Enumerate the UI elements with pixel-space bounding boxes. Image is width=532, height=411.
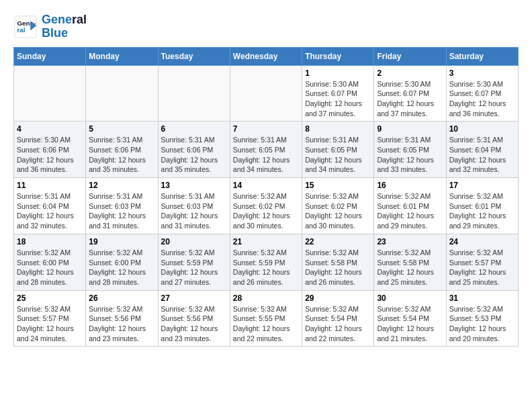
day-info: Sunrise: 5:30 AM Sunset: 6:07 PM Dayligh…	[449, 79, 515, 119]
day-info: Sunrise: 5:32 AM Sunset: 5:53 PM Dayligh…	[449, 304, 515, 344]
day-number: 16	[377, 181, 443, 190]
day-number: 17	[449, 181, 515, 190]
day-cell: 29Sunrise: 5:32 AM Sunset: 5:54 PM Dayli…	[302, 290, 374, 347]
day-cell: 2Sunrise: 5:30 AM Sunset: 6:07 PM Daylig…	[374, 65, 446, 122]
day-number: 22	[305, 237, 371, 246]
day-info: Sunrise: 5:32 AM Sunset: 6:02 PM Dayligh…	[233, 191, 299, 231]
day-number: 31	[449, 293, 515, 303]
day-cell: 17Sunrise: 5:32 AM Sunset: 6:01 PM Dayli…	[446, 178, 518, 234]
day-number: 1	[305, 68, 371, 78]
day-cell: 7Sunrise: 5:31 AM Sunset: 6:05 PM Daylig…	[230, 122, 302, 178]
day-cell: 30Sunrise: 5:32 AM Sunset: 5:54 PM Dayli…	[374, 290, 446, 347]
day-cell: 23Sunrise: 5:32 AM Sunset: 5:58 PM Dayli…	[374, 234, 446, 290]
day-header-sunday: Sunday	[14, 47, 86, 65]
day-cell: 4Sunrise: 5:30 AM Sunset: 6:06 PM Daylig…	[14, 122, 86, 178]
day-number: 8	[305, 124, 371, 134]
day-info: Sunrise: 5:31 AM Sunset: 6:03 PM Dayligh…	[161, 191, 227, 231]
day-number: 26	[89, 293, 154, 303]
day-info: Sunrise: 5:32 AM Sunset: 6:01 PM Dayligh…	[449, 191, 515, 231]
day-cell	[86, 65, 158, 122]
day-info: Sunrise: 5:32 AM Sunset: 6:02 PM Dayligh…	[305, 191, 371, 231]
week-row-5: 25Sunrise: 5:32 AM Sunset: 5:57 PM Dayli…	[14, 290, 519, 347]
day-cell: 27Sunrise: 5:32 AM Sunset: 5:56 PM Dayli…	[158, 290, 230, 347]
day-info: Sunrise: 5:32 AM Sunset: 5:59 PM Dayligh…	[161, 248, 227, 287]
day-info: Sunrise: 5:32 AM Sunset: 5:57 PM Dayligh…	[17, 304, 83, 344]
day-cell	[230, 65, 302, 122]
day-header-thursday: Thursday	[302, 47, 374, 65]
day-cell: 31Sunrise: 5:32 AM Sunset: 5:53 PM Dayli…	[446, 290, 518, 347]
day-info: Sunrise: 5:30 AM Sunset: 6:07 PM Dayligh…	[305, 79, 371, 119]
day-cell: 14Sunrise: 5:32 AM Sunset: 6:02 PM Dayli…	[230, 178, 302, 234]
day-cell: 15Sunrise: 5:32 AM Sunset: 6:02 PM Dayli…	[302, 178, 374, 234]
day-cell: 5Sunrise: 5:31 AM Sunset: 6:06 PM Daylig…	[86, 122, 158, 178]
day-number: 14	[233, 181, 299, 190]
day-info: Sunrise: 5:32 AM Sunset: 6:00 PM Dayligh…	[17, 248, 83, 287]
day-cell: 8Sunrise: 5:31 AM Sunset: 6:05 PM Daylig…	[302, 122, 374, 178]
day-number: 21	[233, 237, 299, 246]
day-cell: 13Sunrise: 5:31 AM Sunset: 6:03 PM Dayli…	[158, 178, 230, 234]
day-number: 12	[89, 181, 154, 190]
day-number: 7	[233, 124, 299, 134]
day-cell: 20Sunrise: 5:32 AM Sunset: 5:59 PM Dayli…	[158, 234, 230, 290]
day-info: Sunrise: 5:32 AM Sunset: 5:54 PM Dayligh…	[305, 304, 371, 344]
day-cell: 25Sunrise: 5:32 AM Sunset: 5:57 PM Dayli…	[14, 290, 86, 347]
day-number: 5	[89, 124, 154, 134]
day-number: 25	[17, 293, 83, 303]
day-cell: 9Sunrise: 5:31 AM Sunset: 6:05 PM Daylig…	[374, 122, 446, 178]
week-row-3: 11Sunrise: 5:31 AM Sunset: 6:04 PM Dayli…	[14, 178, 519, 234]
page-header: Gene- ral GeneralBlue	[13, 13, 519, 40]
day-info: Sunrise: 5:32 AM Sunset: 5:58 PM Dayligh…	[377, 248, 443, 287]
day-cell: 16Sunrise: 5:32 AM Sunset: 6:01 PM Dayli…	[374, 178, 446, 234]
day-info: Sunrise: 5:30 AM Sunset: 6:07 PM Dayligh…	[377, 79, 443, 119]
day-cell: 19Sunrise: 5:32 AM Sunset: 6:00 PM Dayli…	[86, 234, 158, 290]
day-number: 9	[377, 124, 443, 134]
day-header-tuesday: Tuesday	[158, 47, 230, 65]
day-number: 13	[161, 181, 227, 190]
day-info: Sunrise: 5:32 AM Sunset: 5:59 PM Dayligh…	[233, 248, 299, 287]
day-info: Sunrise: 5:31 AM Sunset: 6:06 PM Dayligh…	[161, 135, 227, 175]
day-number: 24	[449, 237, 515, 246]
day-number: 23	[377, 237, 443, 246]
day-cell: 10Sunrise: 5:31 AM Sunset: 6:04 PM Dayli…	[446, 122, 518, 178]
logo-icon: Gene- ral	[13, 15, 38, 39]
day-info: Sunrise: 5:32 AM Sunset: 5:58 PM Dayligh…	[305, 248, 371, 287]
day-cell: 1Sunrise: 5:30 AM Sunset: 6:07 PM Daylig…	[302, 65, 374, 122]
day-number: 18	[17, 237, 83, 246]
day-info: Sunrise: 5:30 AM Sunset: 6:06 PM Dayligh…	[17, 135, 83, 175]
day-number: 29	[305, 293, 371, 303]
day-number: 27	[161, 293, 227, 303]
day-info: Sunrise: 5:32 AM Sunset: 5:55 PM Dayligh…	[233, 304, 299, 344]
day-cell: 11Sunrise: 5:31 AM Sunset: 6:04 PM Dayli…	[14, 178, 86, 234]
week-row-2: 4Sunrise: 5:30 AM Sunset: 6:06 PM Daylig…	[14, 122, 519, 178]
svg-text:ral: ral	[17, 26, 25, 34]
day-cell: 21Sunrise: 5:32 AM Sunset: 5:59 PM Dayli…	[230, 234, 302, 290]
day-header-friday: Friday	[374, 47, 446, 65]
day-cell: 6Sunrise: 5:31 AM Sunset: 6:06 PM Daylig…	[158, 122, 230, 178]
day-header-monday: Monday	[86, 47, 158, 65]
day-number: 11	[17, 181, 83, 190]
day-cell: 18Sunrise: 5:32 AM Sunset: 6:00 PM Dayli…	[14, 234, 86, 290]
day-cell	[14, 65, 86, 122]
day-number: 3	[449, 68, 515, 78]
day-number: 10	[449, 124, 515, 134]
day-info: Sunrise: 5:31 AM Sunset: 6:04 PM Dayligh…	[17, 191, 83, 231]
day-info: Sunrise: 5:31 AM Sunset: 6:05 PM Dayligh…	[233, 135, 299, 175]
day-cell: 12Sunrise: 5:31 AM Sunset: 6:03 PM Dayli…	[86, 178, 158, 234]
day-info: Sunrise: 5:32 AM Sunset: 6:01 PM Dayligh…	[377, 191, 443, 231]
day-cell: 26Sunrise: 5:32 AM Sunset: 5:56 PM Dayli…	[86, 290, 158, 347]
day-number: 15	[305, 181, 371, 190]
day-info: Sunrise: 5:31 AM Sunset: 6:04 PM Dayligh…	[449, 135, 515, 175]
day-header-wednesday: Wednesday	[230, 47, 302, 65]
day-cell: 3Sunrise: 5:30 AM Sunset: 6:07 PM Daylig…	[446, 65, 518, 122]
day-header-saturday: Saturday	[446, 47, 518, 65]
day-number: 30	[377, 293, 443, 303]
day-cell: 28Sunrise: 5:32 AM Sunset: 5:55 PM Dayli…	[230, 290, 302, 347]
day-number: 4	[17, 124, 83, 134]
day-info: Sunrise: 5:32 AM Sunset: 5:57 PM Dayligh…	[449, 248, 515, 287]
day-info: Sunrise: 5:31 AM Sunset: 6:06 PM Dayligh…	[89, 135, 154, 175]
day-info: Sunrise: 5:31 AM Sunset: 6:05 PM Dayligh…	[305, 135, 371, 175]
week-row-4: 18Sunrise: 5:32 AM Sunset: 6:00 PM Dayli…	[14, 234, 519, 290]
day-info: Sunrise: 5:32 AM Sunset: 5:54 PM Dayligh…	[377, 304, 443, 344]
day-number: 28	[233, 293, 299, 303]
day-number: 6	[161, 124, 227, 134]
